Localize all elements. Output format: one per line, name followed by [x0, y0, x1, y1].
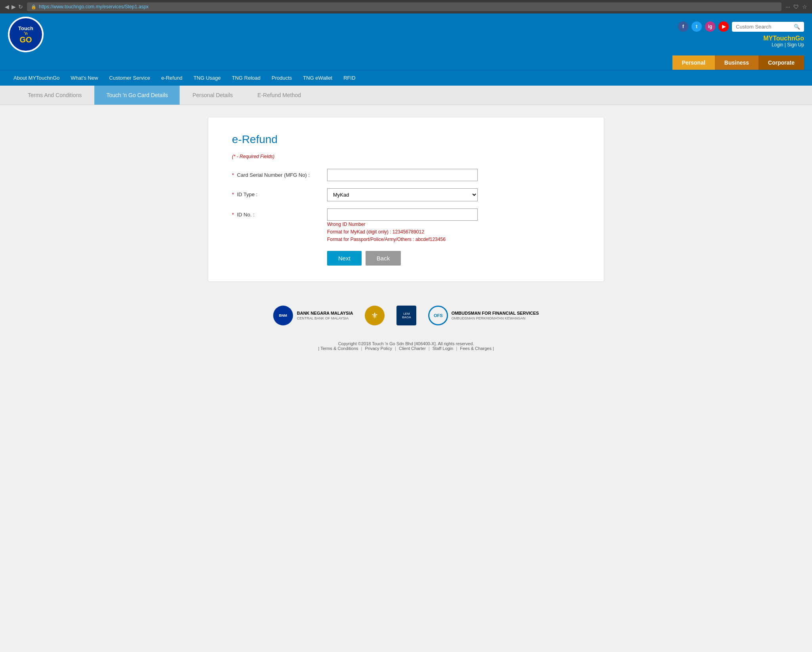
- error-other-format: Format for Passport/Police/Army/Others :…: [327, 236, 478, 243]
- browser-chrome: ◀ ▶ ↻ 🔒 https://www.touchngo.com.my/eser…: [0, 0, 812, 13]
- wizard-step-card-details[interactable]: Touch 'n Go Card Details: [94, 86, 180, 105]
- content-card: e-Refund (* - Required Fields) * Card Se…: [208, 117, 604, 282]
- nav-tng-usage[interactable]: TNG Usage: [188, 70, 226, 86]
- wizard-step-personal[interactable]: Personal Details: [180, 86, 245, 105]
- nav-customer-service[interactable]: Customer Service: [103, 70, 155, 86]
- wizard-step-erefund-label: E-Refund Method: [257, 92, 301, 98]
- ofs-text-block: OMBUDSMAN FOR FINANCIAL SERVICES OMBUDSM…: [451, 310, 539, 320]
- gov-emblem: ⚜: [365, 306, 385, 325]
- forward-icon[interactable]: ▶: [11, 4, 16, 10]
- bnm-text-block: BANK NEGARA MALAYSIA CENTRAL BANK OF MAL…: [297, 310, 353, 320]
- button-row: Next Back: [327, 251, 580, 266]
- wizard-bar: Terms And Conditions Touch 'n Go Card De…: [0, 86, 812, 105]
- footer-copyright: Copyright ©2018 Touch 'n Go Sdn Bhd [406…: [0, 337, 812, 359]
- back-icon[interactable]: ◀: [5, 4, 9, 10]
- tab-corporate[interactable]: Corporate: [758, 55, 804, 70]
- id-no-label: * ID No. :: [232, 208, 319, 218]
- footer-logos: BNM BANK NEGARA MALAYSIA CENTRAL BANK OF…: [0, 294, 812, 337]
- wizard-step-erefund[interactable]: E-Refund Method: [245, 86, 313, 105]
- address-bar[interactable]: 🔒 https://www.touchngo.com.my/eservices/…: [27, 2, 781, 11]
- tab-personal[interactable]: Personal: [672, 55, 715, 70]
- nav-whats-new[interactable]: What's New: [65, 70, 103, 86]
- footer-link-fees[interactable]: Fees & Charges: [460, 346, 491, 351]
- category-bar: Personal Business Corporate: [0, 55, 812, 70]
- id-no-input[interactable]: [327, 208, 478, 221]
- bookmark-icon[interactable]: ☆: [802, 4, 807, 10]
- lembaga-logo-item: LEMBAGA: [396, 306, 416, 325]
- wizard-step-card-label: Touch 'n Go Card Details: [106, 92, 168, 98]
- copyright-text: Copyright ©2018 Touch 'n Go Sdn Bhd [406…: [8, 341, 804, 346]
- error-wrong-id: Wrong ID Number: [327, 221, 478, 228]
- footer-link-privacy[interactable]: Privacy Policy: [365, 346, 392, 351]
- search-input[interactable]: [736, 24, 791, 30]
- ofs-emblem: OFS: [428, 306, 448, 325]
- id-type-row: * ID Type : MyKad Passport Police Army O…: [232, 188, 580, 201]
- logo-n-text: 'n: [24, 31, 27, 36]
- logo-touch-text: Touch: [18, 26, 33, 31]
- wizard-step-personal-label: Personal Details: [192, 92, 233, 98]
- required-note: (* - Required Fields): [232, 154, 580, 159]
- bnm-sub: CENTRAL BANK OF MALAYSIA: [297, 316, 353, 320]
- logo-inner: Touch 'n GO: [10, 18, 42, 51]
- ofs-title: OMBUDSMAN FOR FINANCIAL SERVICES: [451, 310, 539, 316]
- card-serial-row: * Card Serial Number (MFG No) :: [232, 169, 580, 181]
- social-and-search: f t ig ▶ 🔍: [678, 21, 804, 32]
- tab-business[interactable]: Business: [715, 55, 758, 70]
- wizard-step-terms[interactable]: Terms And Conditions: [16, 86, 94, 105]
- search-icon: 🔍: [794, 24, 800, 30]
- nav-rfid[interactable]: RFID: [338, 70, 361, 86]
- back-button[interactable]: Back: [366, 251, 401, 266]
- twitter-icon[interactable]: t: [691, 21, 702, 32]
- mytng-links: Login | Sign Up: [763, 42, 804, 48]
- id-type-label: * ID Type :: [232, 188, 319, 197]
- logo-go-text: GO: [19, 36, 32, 44]
- facebook-icon[interactable]: f: [678, 21, 688, 32]
- instagram-icon[interactable]: ig: [705, 21, 715, 32]
- menu-dots-icon[interactable]: ···: [785, 4, 790, 10]
- refresh-icon[interactable]: ↻: [18, 4, 23, 10]
- nav-about[interactable]: About MYTouchnGo: [8, 70, 65, 86]
- card-serial-label: * Card Serial Number (MFG No) :: [232, 169, 319, 178]
- next-button[interactable]: Next: [327, 251, 362, 266]
- footer-link-client[interactable]: Client Charter: [399, 346, 426, 351]
- logo-container[interactable]: Touch 'n GO: [8, 17, 44, 52]
- bnm-name: BANK NEGARA MALAYSIA: [297, 310, 353, 316]
- ssl-lock-icon: 🔒: [31, 4, 36, 10]
- error-mykad-format: Format for MyKad (digit only) : 12345678…: [327, 228, 478, 236]
- footer-links: | Terms & Conditions | Privacy Policy | …: [8, 346, 804, 351]
- main-content: e-Refund (* - Required Fields) * Card Se…: [0, 105, 812, 294]
- footer-link-terms[interactable]: Terms & Conditions: [320, 346, 358, 351]
- nav-tng-ewallet[interactable]: TNG eWallet: [297, 70, 338, 86]
- gov-logo-item: ⚜: [365, 306, 385, 325]
- id-no-block: Wrong ID Number Format for MyKad (digit …: [327, 208, 478, 244]
- nav-e-refund[interactable]: e-Refund: [156, 70, 188, 86]
- bnm-logo: BNM BANK NEGARA MALAYSIA CENTRAL BANK OF…: [273, 306, 353, 325]
- nav-products[interactable]: Products: [266, 70, 297, 86]
- lembaga-emblem: LEMBAGA: [396, 306, 416, 325]
- id-type-select[interactable]: MyKad Passport Police Army Others: [327, 188, 478, 201]
- search-box[interactable]: 🔍: [732, 22, 804, 32]
- header-top: Touch 'n GO f t ig ▶ 🔍 MYTouchnGo Login: [0, 13, 812, 55]
- card-serial-input[interactable]: [327, 169, 478, 181]
- url-display: https://www.touchngo.com.my/eservices/St…: [39, 4, 149, 10]
- login-link[interactable]: Login: [772, 42, 783, 48]
- header-right: f t ig ▶ 🔍 MYTouchnGo Login | Sign Up: [678, 21, 804, 48]
- ofs-logo: OFS OMBUDSMAN FOR FINANCIAL SERVICES OMB…: [428, 306, 539, 325]
- footer-link-staff[interactable]: Staff Login: [433, 346, 453, 351]
- site-header: Touch 'n GO f t ig ▶ 🔍 MYTouchnGo Login: [0, 13, 812, 86]
- mytng-title: MYTouchnGo: [763, 35, 804, 42]
- error-messages: Wrong ID Number Format for MyKad (digit …: [327, 221, 478, 244]
- signup-link[interactable]: Sign Up: [787, 42, 804, 48]
- browser-nav-icons: ◀ ▶ ↻: [5, 4, 23, 10]
- ofs-sub: OMBUDSMAN PERKHIDMATAN KEWANGAN: [451, 316, 539, 320]
- id-no-row: * ID No. : Wrong ID Number Format for My…: [232, 208, 580, 244]
- mytng-section: MYTouchnGo Login | Sign Up: [763, 35, 804, 48]
- browser-actions: ··· 🛡 ☆: [785, 4, 807, 10]
- shield-icon: 🛡: [793, 4, 799, 10]
- bnm-emblem: BNM: [273, 306, 293, 325]
- nav-bar: About MYTouchnGo What's New Customer Ser…: [0, 70, 812, 86]
- nav-tng-reload[interactable]: TNG Reload: [226, 70, 266, 86]
- wizard-step-terms-label: Terms And Conditions: [28, 92, 82, 98]
- youtube-icon[interactable]: ▶: [718, 21, 729, 32]
- page-title: e-Refund: [232, 133, 580, 146]
